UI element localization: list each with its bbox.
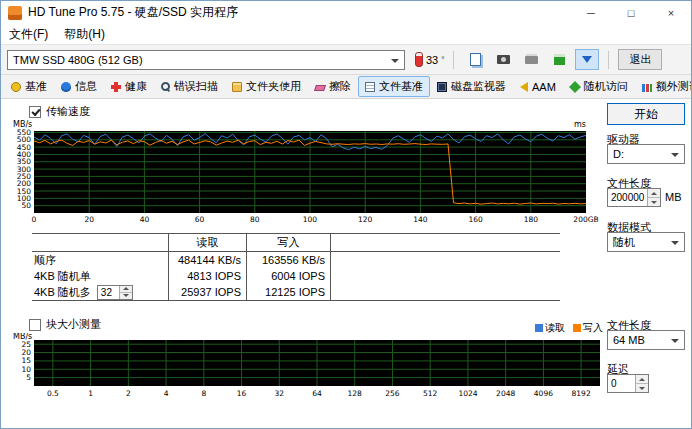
svg-text:32: 32 [274,389,284,398]
tab-disk-monitor[interactable]: 磁盘监视器 [430,76,513,97]
toolbar-separator [453,51,454,69]
tab-error-scan[interactable]: 错误扫描 [154,76,225,97]
maximize-button[interactable]: □ [611,1,651,24]
svg-text:MB/s: MB/s [13,333,32,341]
svg-text:40: 40 [140,215,150,224]
file-length-value: 200000 [608,189,647,206]
svg-text:100: 100 [303,215,318,224]
export-button[interactable] [575,49,599,70]
tab-folder-usage[interactable]: 文件夹使用 [225,76,308,97]
close-button[interactable]: × [651,1,691,24]
svg-text:80: 80 [250,215,260,224]
printer-icon [525,56,538,64]
read-color-swatch [535,324,543,332]
exit-button[interactable]: 退出 [618,49,662,70]
error-scan-icon [161,82,170,91]
block-size-label: 块大小测量 [46,317,101,332]
random-multi-read-value: 25937 IOPS [169,284,247,300]
menu-file[interactable]: 文件(F) [1,24,56,44]
spinner-up-button[interactable] [636,375,648,384]
thermometer-icon [415,52,423,67]
file-length-spinner[interactable]: 200000 [607,188,661,207]
svg-text:4096: 4096 [534,389,553,398]
tab-benchmark[interactable]: 基准 [4,76,54,97]
svg-text:60: 60 [195,215,205,224]
disk-monitor-icon [437,82,447,92]
tab-extra-tests[interactable]: 额外测试 [635,76,692,97]
svg-text:20: 20 [84,215,94,224]
tab-file-benchmark[interactable]: 文件基准 [358,76,430,97]
menu-help[interactable]: 帮助(H) [56,24,113,44]
random-single-read-value: 4813 IOPS [169,268,247,284]
tab-random-access[interactable]: 随机访问 [563,76,635,97]
transfer-speed-checkbox[interactable]: 传输速度 [29,104,90,119]
drive-combobox[interactable]: D: [607,144,685,164]
save-button[interactable] [547,49,571,70]
camera-icon [497,55,510,64]
tab-erase[interactable]: 擦除 [308,76,358,97]
tab-label: AAM [532,81,556,93]
chevron-down-icon [671,153,679,157]
transfer-speed-label: 传输速度 [46,104,90,119]
sequential-read-value: 484144 KB/s [169,252,247,268]
chevron-down-icon [671,241,679,245]
drive-value: D: [613,148,624,160]
file-benchmark-panel: 传输速度 55050045040035030025020015010050020… [1,99,691,429]
copy-pages-icon [470,53,481,66]
temperature-indicator: 33 ° [415,52,444,67]
spinner-down-button[interactable] [648,198,660,206]
benchmark-icon [11,82,21,92]
tab-label: 随机访问 [584,79,628,94]
queue-depth-spinner[interactable]: 32 [97,285,133,300]
svg-text:2: 2 [126,389,131,398]
data-pattern-value: 随机 [613,235,635,250]
random-access-icon [569,80,581,92]
header-blank-cell [32,234,169,251]
tab-aam[interactable]: AAM [513,78,563,96]
spinner-down-button[interactable] [120,293,132,299]
tab-label: 文件基准 [379,79,423,94]
file-benchmark-icon [365,82,375,92]
data-pattern-combobox[interactable]: 随机 [607,232,685,252]
svg-text:200GB: 200GB [573,215,598,224]
svg-text:256: 256 [385,389,400,398]
svg-text:1024: 1024 [458,389,477,398]
svg-text:5: 5 [26,373,31,382]
minimize-button[interactable]: ─ [571,1,611,24]
delay-value: 0 [608,375,635,392]
sequential-write-value: 163556 KB/s [247,252,331,268]
spinner-up-button[interactable] [648,189,660,198]
aam-icon [520,82,528,92]
toolbar: TMW SSD 480G (512 GB) 33 ° 退出 [1,44,691,75]
block-file-length-combobox[interactable]: 64 MB [607,330,685,350]
health-icon [111,82,121,92]
delay-spinner[interactable]: 0 [607,374,649,393]
tab-info[interactable]: 信息 [54,76,104,97]
table-row-sequential: 顺序 484144 KB/s 163556 KB/s [32,252,560,268]
table-header-row: 读取 写入 [32,234,560,252]
screenshot-button[interactable] [491,49,515,70]
queue-depth-value: 32 [98,286,119,299]
menu-bar: 文件(F) 帮助(H) [1,24,691,44]
svg-text:64: 64 [312,389,322,398]
print-button[interactable] [519,49,543,70]
svg-text:128: 128 [348,389,363,398]
svg-text:1: 1 [88,389,93,398]
svg-text:512: 512 [423,389,438,398]
spinner-down-button[interactable] [636,384,648,392]
tab-bar: 基准 信息 健康 错误扫描 文件夹使用 擦除 文件基准 磁盘监视器 AAM 随机… [1,75,691,99]
svg-text:50: 50 [21,201,31,210]
svg-text:180: 180 [524,215,539,224]
chevron-down-icon [671,339,679,343]
row-label: 4KB 随机单 [32,268,169,284]
copy-button[interactable] [463,49,487,70]
drive-select-combobox[interactable]: TMW SSD 480G (512 GB) [7,50,405,70]
spinner-up-button[interactable] [120,286,132,293]
start-button[interactable]: 开始 [607,103,685,125]
app-window: HD Tune Pro 5.75 - 硬盘/SSD 实用程序 ─ □ × 文件(… [0,0,692,429]
file-length-unit: MB [665,191,682,203]
svg-text:0.5: 0.5 [47,389,59,398]
tab-health[interactable]: 健康 [104,76,154,97]
results-table: 读取 写入 顺序 484144 KB/s 163556 KB/s 4KB 随机单… [32,233,560,301]
block-size-checkbox[interactable]: 块大小测量 [29,317,101,332]
